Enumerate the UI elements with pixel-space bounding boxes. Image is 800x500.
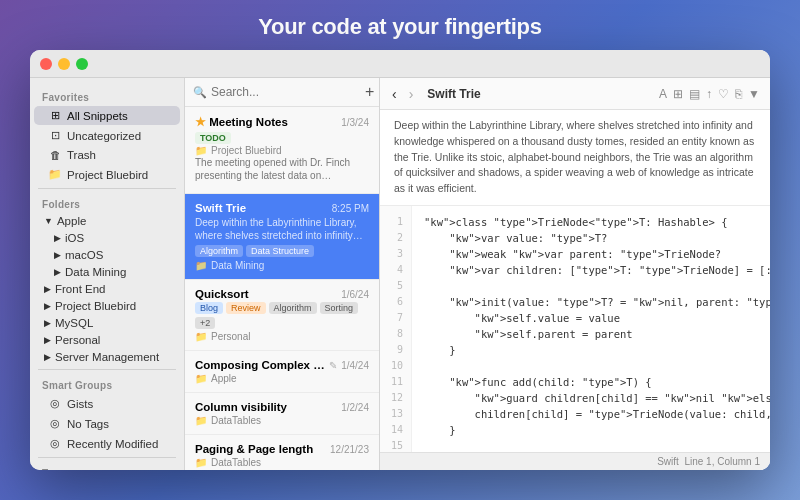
snippet-date: 1/2/24 — [341, 402, 369, 413]
nav-back-button[interactable]: ‹ — [390, 84, 399, 104]
grid-view-icon[interactable]: ⊞ — [673, 87, 683, 101]
maximize-button[interactable] — [76, 58, 88, 70]
sidebar-folder-front-end[interactable]: ▶ Front End — [34, 281, 180, 297]
divider-2 — [38, 369, 176, 370]
sidebar-uncategorized-label: Uncategorized — [67, 130, 170, 142]
chevron-right-icon: ▶ — [44, 352, 51, 362]
share-icon[interactable]: ↑ — [706, 87, 712, 101]
sidebar-item-project-bluebird[interactable]: 📁 Project Bluebird — [34, 165, 180, 184]
code-line: "kw">self.parent = parent — [424, 326, 758, 342]
snippet-tags: Algorithm Data Structure — [195, 245, 369, 257]
uncategorized-icon: ⊡ — [48, 129, 62, 142]
snippet-meta: 📁 Project Bluebird — [195, 145, 369, 156]
folder-icon-small: 📁 — [195, 331, 207, 342]
snippet-title: Paging & Page length — [195, 443, 313, 455]
chevron-right-icon: ▶ — [44, 284, 51, 294]
tags-section-label: Tags — [30, 462, 184, 470]
snippet-item-meeting-notes[interactable]: ★ Meeting Notes 1/3/24 TODO 📁 Project Bl… — [185, 107, 379, 194]
favorites-section-label: Favorites — [30, 86, 184, 105]
search-icon: 🔍 — [193, 86, 207, 99]
snippet-tags: Blog Review Algorithm Sorting +2 — [195, 302, 369, 329]
sidebar-folder-macos[interactable]: ▶ macOS — [34, 247, 180, 263]
code-actions: A ⊞ ▤ ↑ ♡ ⎘ ▼ — [659, 87, 760, 101]
smart-groups-section-label: Smart Groups — [30, 374, 184, 393]
sidebar-trash-label: Trash — [67, 149, 170, 161]
sidebar: Favorites ⊞ All Snippets ⊡ Uncategorized… — [30, 78, 185, 470]
line-number: 10 — [380, 358, 411, 374]
sidebar-no-tags-label: No Tags — [67, 418, 170, 430]
copy-icon[interactable]: ⎘ — [735, 87, 742, 101]
gists-icon: ◎ — [48, 397, 62, 410]
snippet-list: ★ Meeting Notes 1/3/24 TODO 📁 Project Bl… — [185, 107, 379, 470]
snippet-item-composing-complex[interactable]: Composing Complex Interfaces ✎ 1/4/24 📁 … — [185, 351, 379, 393]
sidebar-item-all-snippets[interactable]: ⊞ All Snippets — [34, 106, 180, 125]
sidebar-item-recently-modified[interactable]: ◎ Recently Modified — [34, 434, 180, 453]
code-line: "kw">weak "kw">var parent: "type">TrieNo… — [424, 246, 758, 262]
code-area[interactable]: 1234567891011121314151617181920212223242… — [380, 206, 770, 452]
sidebar-folder-project-bluebird[interactable]: ▶ Project Bluebird — [34, 298, 180, 314]
text-format-icon[interactable]: A — [659, 87, 667, 101]
list-view-icon[interactable]: ▤ — [689, 87, 700, 101]
sidebar-folder-ios[interactable]: ▶ iOS — [34, 230, 180, 246]
chevron-right-icon: ▶ — [44, 301, 51, 311]
snippet-folder: Project Bluebird — [211, 145, 282, 156]
sidebar-folder-data-mining[interactable]: ▶ Data Mining — [34, 264, 180, 280]
folder-personal-label: Personal — [55, 334, 100, 346]
snippet-date: 1/6/24 — [341, 289, 369, 300]
code-line: "kw">init(value: "type">T? = "kw">nil, p… — [424, 294, 758, 310]
sidebar-item-trash[interactable]: 🗑 Trash — [34, 146, 180, 164]
folder-data-mining-label: Data Mining — [65, 266, 126, 278]
search-input[interactable] — [211, 85, 361, 99]
more-options-button[interactable]: ▼ — [748, 87, 760, 101]
snippet-title: Swift Trie — [195, 202, 246, 214]
sidebar-item-no-tags[interactable]: ◎ No Tags — [34, 414, 180, 433]
main-content: Favorites ⊞ All Snippets ⊡ Uncategorized… — [30, 78, 770, 470]
folders-section-label: Folders — [30, 193, 184, 212]
code-line — [424, 358, 758, 374]
sidebar-item-gists[interactable]: ◎ Gists — [34, 394, 180, 413]
folder-icon-small: 📁 — [195, 373, 207, 384]
tag-review: Review — [226, 302, 266, 314]
nav-forward-button[interactable]: › — [407, 84, 416, 104]
snippet-item-swift-trie[interactable]: Swift Trie 8:25 PM Deep within the Labyr… — [185, 194, 379, 280]
snippet-item-column-visibility[interactable]: Column visibility 1/2/24 📁 DataTables — [185, 393, 379, 435]
code-description: Deep within the Labyrinthine Library, wh… — [380, 110, 770, 206]
new-snippet-button[interactable]: + — [365, 84, 374, 100]
snippet-folder: Apple — [211, 373, 237, 384]
tag-blog: Blog — [195, 302, 223, 314]
sidebar-folder-mysql[interactable]: ▶ MySQL — [34, 315, 180, 331]
snippet-folder: DataTables — [211, 415, 261, 426]
sidebar-folder-personal[interactable]: ▶ Personal — [34, 332, 180, 348]
code-panel-title: Swift Trie — [427, 87, 651, 101]
code-lines: "kw">class "type">TrieNode<"type">T: Has… — [412, 206, 770, 452]
folder-apple-label: Apple — [57, 215, 86, 227]
chevron-down-icon: ▼ — [44, 216, 53, 226]
snippet-item-paging[interactable]: Paging & Page length 12/21/23 📁 DataTabl… — [185, 435, 379, 470]
app-window: Favorites ⊞ All Snippets ⊡ Uncategorized… — [30, 50, 770, 470]
divider-1 — [38, 188, 176, 189]
code-line: "kw">self.value = value — [424, 310, 758, 326]
sidebar-item-uncategorized[interactable]: ⊡ Uncategorized — [34, 126, 180, 145]
code-panel: ‹ › Swift Trie A ⊞ ▤ ↑ ♡ ⎘ ▼ Deep within… — [380, 78, 770, 470]
sidebar-folder-apple[interactable]: ▼ Apple — [34, 213, 180, 229]
tag-algorithm: Algorithm — [195, 245, 243, 257]
traffic-lights — [40, 58, 88, 70]
code-line: "kw">guard children[child] == "kw">nil "… — [424, 390, 758, 406]
sidebar-all-snippets-label: All Snippets — [67, 110, 170, 122]
no-tags-icon: ◎ — [48, 417, 62, 430]
sidebar-recently-modified-label: Recently Modified — [67, 438, 170, 450]
sidebar-folder-server-management[interactable]: ▶ Server Management — [34, 349, 180, 365]
close-button[interactable] — [40, 58, 52, 70]
line-number: 9 — [380, 342, 411, 358]
line-number: 6 — [380, 294, 411, 310]
snippet-desc: The meeting opened with Dr. Finch presen… — [195, 156, 369, 182]
hero-title: Your code at your fingertips — [258, 0, 541, 50]
minimize-button[interactable] — [58, 58, 70, 70]
tag-data-structure: Data Structure — [246, 245, 314, 257]
code-toolbar: ‹ › Swift Trie A ⊞ ▤ ↑ ♡ ⎘ ▼ — [380, 78, 770, 110]
folder-icon-small: 📁 — [195, 415, 207, 426]
bookmark-icon[interactable]: ♡ — [718, 87, 729, 101]
folder-icon: 📁 — [48, 168, 62, 181]
snippet-item-quicksort[interactable]: Quicksort 1/6/24 Blog Review Algorithm S… — [185, 280, 379, 351]
line-number: 8 — [380, 326, 411, 342]
